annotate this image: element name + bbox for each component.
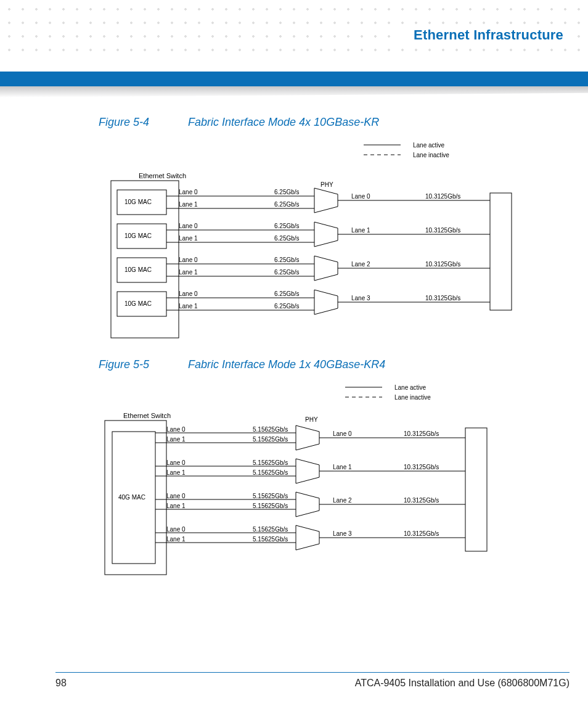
svg-text:Lane 1: Lane 1 (166, 536, 186, 543)
svg-text:10.3125Gb/s: 10.3125Gb/s (404, 464, 439, 470)
svg-text:Lane 1: Lane 1 (333, 464, 352, 470)
svg-text:Lane 1: Lane 1 (351, 227, 370, 234)
svg-text:Lane 0: Lane 0 (166, 493, 186, 499)
svg-marker-24 (314, 222, 338, 247)
svg-marker-83 (296, 492, 319, 517)
svg-text:10G MAC: 10G MAC (125, 232, 152, 239)
svg-text:Lane 0: Lane 0 (166, 459, 186, 466)
svg-text:Lane 0: Lane 0 (179, 189, 198, 195)
svg-text:10G MAC: 10G MAC (125, 199, 152, 205)
svg-text:Lane 1: Lane 1 (166, 469, 186, 476)
svg-text:10.3125Gb/s: 10.3125Gb/s (425, 295, 460, 302)
svg-marker-12 (314, 188, 338, 213)
svg-text:5.15625Gb/s: 5.15625Gb/s (253, 536, 288, 543)
svg-text:10.3125Gb/s: 10.3125Gb/s (404, 530, 439, 537)
svg-text:6.25Gb/s: 6.25Gb/s (274, 290, 300, 297)
legend-active: Lane active (394, 384, 427, 391)
phy-label: PHY (321, 181, 333, 188)
svg-text:Lane 0: Lane 0 (179, 257, 198, 263)
header-shadow (0, 86, 588, 97)
svg-text:Lane 1: Lane 1 (179, 235, 198, 242)
figure-5-5-diagram: Lane active Lane inactive Ethernet Switc… (99, 380, 530, 583)
svg-text:Lane 1: Lane 1 (179, 303, 198, 310)
figure-title: Fabric Interface Mode 4x 10GBase-KR (188, 116, 379, 128)
svg-text:6.25Gb/s: 6.25Gb/s (274, 223, 300, 229)
svg-text:Lane 1: Lane 1 (166, 503, 186, 509)
legend-inactive: Lane inactive (394, 394, 431, 401)
svg-text:10G MAC: 10G MAC (125, 266, 152, 273)
svg-text:10.3125Gb/s: 10.3125Gb/s (404, 497, 439, 504)
svg-text:Lane 1: Lane 1 (179, 201, 198, 208)
figure-caption-5-4: Figure 5-4 Fabric Interface Mode 4x 10GB… (99, 116, 563, 129)
svg-text:5.15625Gb/s: 5.15625Gb/s (253, 459, 288, 466)
figure-caption-5-5: Figure 5-5 Fabric Interface Mode 1x 40GB… (99, 358, 563, 371)
svg-text:Lane 3: Lane 3 (351, 295, 370, 302)
header-accent-bar (0, 72, 588, 86)
page-header-title: Ethernet Infrastructure (399, 25, 573, 46)
svg-text:Lane 1: Lane 1 (179, 269, 198, 276)
svg-text:Lane 1: Lane 1 (166, 436, 186, 443)
svg-text:10G MAC: 10G MAC (125, 300, 152, 307)
legend-active: Lane active (413, 142, 445, 149)
svg-text:5.15625Gb/s: 5.15625Gb/s (253, 469, 288, 476)
svg-marker-48 (314, 290, 338, 314)
mac-label: 40G MAC (118, 494, 145, 501)
svg-text:Lane 0: Lane 0 (333, 430, 352, 437)
page-footer: 98 ATCA-9405 Installation and Use (68068… (55, 672, 570, 689)
figure-number: Figure 5-4 (99, 116, 185, 129)
figure-title: Fabric Interface Mode 1x 40GBase-KR4 (188, 358, 385, 371)
page-content: Figure 5-4 Fabric Interface Mode 4x 10GB… (55, 111, 563, 583)
svg-text:10.3125Gb/s: 10.3125Gb/s (425, 227, 460, 234)
svg-rect-56 (465, 428, 487, 551)
svg-text:10.3125Gb/s: 10.3125Gb/s (425, 261, 460, 268)
svg-text:Lane 0: Lane 0 (166, 426, 186, 433)
svg-marker-73 (296, 459, 319, 483)
svg-text:10.3125Gb/s: 10.3125Gb/s (404, 430, 439, 437)
phy-label: PHY (305, 416, 318, 423)
svg-marker-36 (314, 256, 338, 281)
switch-label: Ethernet Switch (139, 172, 186, 179)
svg-text:10.3125Gb/s: 10.3125Gb/s (425, 193, 460, 200)
figure-number: Figure 5-5 (99, 358, 185, 371)
svg-text:6.25Gb/s: 6.25Gb/s (274, 269, 300, 276)
svg-text:6.25Gb/s: 6.25Gb/s (274, 235, 300, 242)
svg-text:5.15625Gb/s: 5.15625Gb/s (253, 493, 288, 499)
doc-title: ATCA-9405 Installation and Use (6806800M… (355, 678, 570, 689)
svg-text:Lane 0: Lane 0 (179, 290, 198, 297)
svg-text:5.15625Gb/s: 5.15625Gb/s (253, 526, 288, 533)
svg-text:6.25Gb/s: 6.25Gb/s (274, 201, 300, 208)
svg-text:Lane 0: Lane 0 (179, 223, 198, 229)
svg-text:Lane 3: Lane 3 (333, 530, 352, 537)
svg-text:Lane 2: Lane 2 (333, 497, 352, 504)
svg-text:5.15625Gb/s: 5.15625Gb/s (253, 503, 288, 509)
svg-text:6.25Gb/s: 6.25Gb/s (274, 257, 300, 263)
legend-inactive: Lane inactive (413, 152, 449, 158)
page-number: 98 (55, 678, 67, 689)
svg-marker-63 (296, 425, 319, 450)
svg-rect-3 (490, 193, 512, 310)
svg-text:Lane 0: Lane 0 (166, 526, 186, 533)
svg-text:6.25Gb/s: 6.25Gb/s (274, 189, 300, 195)
svg-text:5.15625Gb/s: 5.15625Gb/s (253, 426, 288, 433)
svg-text:Lane 0: Lane 0 (351, 193, 370, 200)
svg-text:5.15625Gb/s: 5.15625Gb/s (253, 436, 288, 443)
svg-text:6.25Gb/s: 6.25Gb/s (274, 303, 300, 310)
switch-label: Ethernet Switch (123, 412, 171, 419)
figure-5-4-diagram: Lane active Lane inactive Ethernet Switc… (99, 138, 530, 341)
svg-text:Lane 2: Lane 2 (351, 261, 370, 268)
svg-marker-93 (296, 525, 319, 550)
